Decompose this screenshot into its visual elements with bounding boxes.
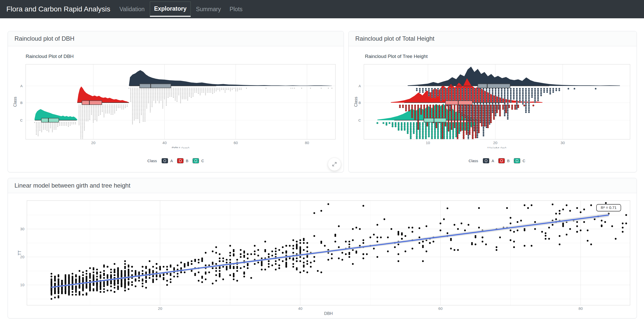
svg-text:20: 20 [493, 141, 497, 145]
svg-text:10: 10 [426, 141, 430, 145]
svg-text:20: 20 [158, 306, 162, 311]
height-raincloud-chart: ABC102030Height (m)Class [354, 59, 636, 148]
card-header-raincloud-dbh: Raincloud plot of DBH [8, 31, 344, 46]
legend-item-a: A [483, 158, 494, 164]
legend-title: Class [147, 159, 157, 163]
legend-item-b: B [177, 158, 188, 164]
legend-key-c-icon [192, 158, 199, 164]
svg-text:10: 10 [20, 283, 24, 287]
svg-text:C: C [358, 118, 361, 122]
svg-text:40: 40 [298, 306, 302, 311]
svg-text:B: B [359, 101, 361, 105]
svg-text:A: A [359, 84, 361, 88]
legend-label: A [492, 159, 494, 163]
legend-item-a: A [162, 158, 173, 164]
svg-text:60: 60 [234, 141, 238, 145]
legend-item-c: C [192, 158, 204, 164]
tab-plots[interactable]: Plots [226, 2, 246, 16]
legend-item-b: B [498, 158, 510, 164]
plot-title-height: Raincloud Plot of Tree Height [365, 54, 428, 59]
app-title: Flora and Carbon Rapid Analysis [6, 5, 110, 13]
tab-exploratory[interactable]: Exploratory [150, 2, 191, 17]
legend-label: A [170, 159, 173, 163]
svg-text:Class: Class [354, 97, 358, 107]
dbh-raincloud-chart: ABC20406080DBH (cm)Class [13, 59, 341, 148]
svg-text:80: 80 [578, 306, 583, 311]
svg-text:20: 20 [91, 141, 95, 145]
expand-card-button[interactable] [328, 158, 341, 171]
legend-key-a-icon [483, 158, 489, 164]
svg-text:C: C [20, 118, 23, 122]
dbh-height-scatter-chart: R² = 0.7110203020406080DBHTT [18, 193, 637, 315]
svg-text:R² = 0.71: R² = 0.71 [601, 205, 617, 210]
class-legend-dbh: ClassABC [8, 158, 344, 164]
svg-text:30: 30 [20, 227, 24, 231]
nav-tabs: ValidationExploratorySummaryPlots [116, 0, 246, 18]
legend-title: Class [469, 159, 478, 163]
expand-icon [332, 161, 337, 167]
tab-summary[interactable]: Summary [192, 2, 224, 16]
svg-text:B: B [20, 101, 23, 105]
tab-validation[interactable]: Validation [116, 2, 148, 16]
legend-label: B [507, 159, 510, 163]
card-raincloud-height: Raincloud plot of Total Height Raincloud… [348, 31, 637, 172]
svg-text:Class: Class [13, 97, 17, 107]
legend-key-b-icon [177, 158, 184, 164]
legend-item-c: C [514, 158, 525, 164]
svg-text:TT: TT [18, 250, 22, 255]
card-linear-model: Linear model between girth and tree heig… [8, 178, 637, 318]
card-raincloud-dbh: Raincloud plot of DBH Raincloud Plot of … [8, 31, 344, 172]
svg-text:DBH: DBH [324, 311, 333, 315]
legend-label: C [201, 159, 204, 163]
svg-text:80: 80 [305, 141, 309, 145]
legend-label: B [186, 159, 188, 163]
navbar: Flora and Carbon Rapid Analysis Validati… [0, 0, 644, 18]
class-legend-height: ClassABC [349, 158, 637, 164]
svg-text:Height (m): Height (m) [488, 146, 507, 148]
card-header-linear-model: Linear model between girth and tree heig… [8, 178, 637, 193]
legend-key-b-icon [498, 158, 505, 164]
svg-text:30: 30 [560, 141, 565, 145]
plot-title-dbh: Raincloud Plot of DBH [26, 54, 74, 59]
svg-text:DBH (cm): DBH (cm) [172, 146, 189, 148]
legend-key-c-icon [514, 158, 520, 164]
legend-key-a-icon [162, 158, 168, 164]
svg-text:40: 40 [163, 141, 167, 145]
svg-text:A: A [20, 84, 23, 88]
card-header-raincloud-height: Raincloud plot of Total Height [349, 31, 637, 46]
svg-text:60: 60 [438, 306, 443, 311]
legend-label: C [523, 159, 525, 163]
